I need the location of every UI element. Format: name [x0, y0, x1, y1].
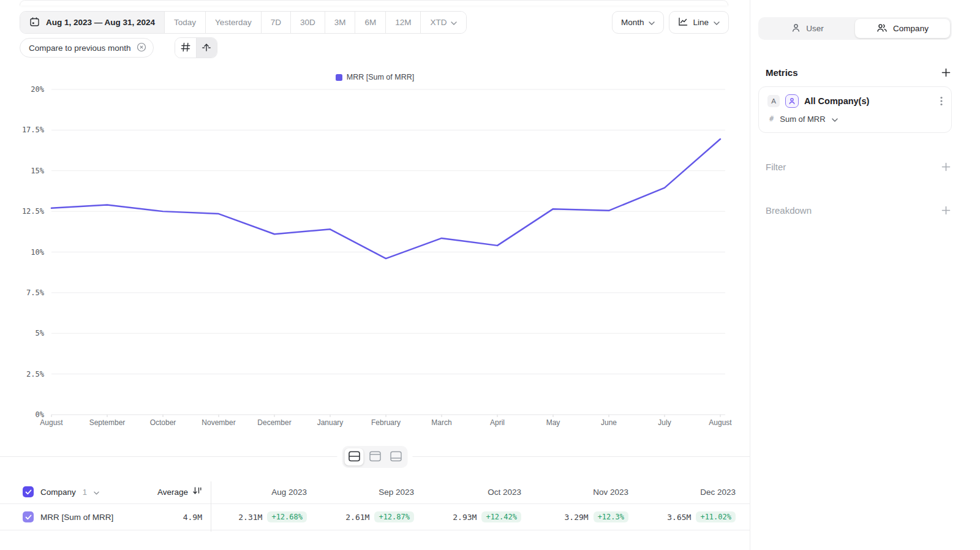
add-metric-button[interactable]	[940, 67, 952, 78]
svg-text:March: March	[431, 418, 451, 427]
tab-company[interactable]: Company	[855, 19, 950, 38]
table-cell: 2.61M +12.87%	[318, 511, 426, 522]
month-cells: 2.31M +12.68% 2.61M +12.87% 2.93M +12.42…	[211, 511, 747, 522]
chevron-down-icon	[451, 18, 457, 27]
delta-badge: +11.02%	[696, 511, 736, 522]
delta-badge: +12.87%	[374, 511, 414, 522]
legend-swatch	[336, 74, 342, 81]
metric-menu-button[interactable]	[939, 95, 944, 107]
metric-card[interactable]: A All Company(s) # Sum of MRR	[758, 86, 952, 133]
metric-name: All Company(s)	[804, 96, 933, 106]
add-filter-button[interactable]	[940, 161, 952, 173]
svg-text:April: April	[490, 418, 505, 427]
main-panel: Aug 1, 2023 — Aug 31, 2024 Today Yesterd…	[0, 0, 750, 550]
toolbar: Aug 1, 2023 — Aug 31, 2024 Today Yesterd…	[20, 11, 729, 34]
layout-split-icon	[348, 451, 360, 464]
svg-text:February: February	[371, 418, 401, 427]
month-headers: Aug 2023 Sep 2023 Oct 2023 Nov 2023 Dec …	[211, 488, 747, 497]
company-icon	[876, 23, 888, 34]
number-type-icon: #	[769, 115, 774, 123]
chart-controls: Month Line	[612, 11, 729, 34]
layout-chart-only-button[interactable]	[366, 448, 385, 465]
layout-table-only-button[interactable]	[386, 448, 405, 465]
layout-split-button[interactable]	[345, 448, 364, 465]
app-root: Aug 1, 2023 — Aug 31, 2024 Today Yesterd…	[0, 0, 980, 550]
preset-3m[interactable]: 3M	[325, 12, 356, 33]
remove-compare-icon[interactable]	[137, 42, 146, 54]
granularity-dropdown[interactable]: Month	[612, 11, 665, 34]
svg-text:August: August	[40, 418, 63, 427]
entity-header-label: Company	[40, 488, 76, 497]
gridlines-toggle-button[interactable]	[175, 38, 196, 58]
preset-7d[interactable]: 7D	[262, 12, 291, 33]
preset-12m[interactable]: 12M	[386, 12, 421, 33]
svg-text:2.5%: 2.5%	[26, 370, 45, 379]
average-value: 4.9M	[183, 513, 202, 522]
chart-option-toggles	[175, 37, 217, 58]
svg-text:September: September	[89, 418, 126, 427]
user-icon	[791, 23, 801, 34]
svg-text:20%: 20%	[31, 85, 44, 94]
calendar-icon	[29, 17, 40, 29]
select-all-checkbox[interactable]	[23, 486, 34, 497]
preset-xtd-dropdown[interactable]: XTD	[421, 12, 466, 33]
metric-row-label: MRR [Sum of MRR]	[40, 513, 113, 522]
svg-text:May: May	[546, 418, 560, 427]
metrics-title: Metrics	[766, 67, 798, 78]
svg-text:17.5%: 17.5%	[22, 126, 45, 134]
table-header-row: Company 1 Average Aug	[0, 480, 750, 504]
row-checkbox[interactable]	[23, 511, 34, 522]
date-range-label: Aug 1, 2023 — Aug 31, 2024	[46, 18, 155, 27]
layout-toggle-group	[342, 446, 408, 468]
svg-text:7.5%: 7.5%	[26, 288, 45, 297]
aggregation-label: Sum of MRR	[780, 115, 825, 124]
metrics-section-header: Metrics	[758, 67, 952, 78]
preset-30d[interactable]: 30D	[291, 12, 325, 33]
aggregation-selector[interactable]: # Sum of MRR	[767, 113, 944, 124]
svg-text:December: December	[257, 418, 291, 427]
chevron-down-icon[interactable]	[94, 486, 99, 497]
legend-label: MRR [Sum of MRR]	[347, 73, 414, 81]
date-range-button[interactable]: Aug 1, 2023 — Aug 31, 2024	[20, 12, 165, 33]
layout-header-icon	[369, 451, 381, 464]
entity-tabs: User Company	[758, 17, 952, 40]
chevron-down-icon	[649, 18, 655, 27]
entity-count: 1	[83, 488, 87, 497]
month-header: Sep 2023	[379, 488, 414, 497]
compare-chip[interactable]: Compare to previous month	[20, 38, 154, 58]
compare-chip-label: Compare to previous month	[29, 43, 131, 53]
preset-6m[interactable]: 6M	[355, 12, 386, 33]
chart-type-dropdown[interactable]: Line	[669, 11, 729, 34]
svg-text:15%: 15%	[31, 167, 44, 175]
metric-letter-badge: A	[767, 95, 780, 107]
preset-yesterday[interactable]: Yesterday	[206, 12, 262, 33]
month-header: Oct 2023	[488, 488, 521, 497]
tab-user[interactable]: User	[760, 19, 855, 38]
layout-footer-icon	[390, 451, 402, 464]
table-cell: 3.65M +11.02%	[640, 511, 747, 522]
table-column-divider	[211, 481, 211, 532]
right-sidebar: User Company Metrics A	[750, 0, 980, 550]
table-cell: 3.29M +12.3%	[533, 511, 640, 522]
line-chart-icon	[678, 17, 688, 28]
sort-icon[interactable]	[192, 486, 202, 497]
chevron-down-icon	[832, 113, 838, 124]
panel-top-edge	[20, 0, 728, 6]
month-header: Aug 2023	[271, 488, 307, 497]
table-cell: 2.93M +12.42%	[426, 511, 533, 522]
svg-text:12.5%: 12.5%	[22, 207, 45, 216]
filter-label: Filter	[766, 162, 786, 172]
svg-text:10%: 10%	[31, 248, 44, 257]
mrr-line-chart[interactable]: 0%2.5%5%7.5%10%12.5%15%17.5%20%AugustSep…	[0, 85, 750, 437]
svg-text:November: November	[202, 418, 235, 427]
svg-text:August: August	[709, 418, 732, 427]
svg-text:October: October	[150, 418, 176, 427]
table-row[interactable]: MRR [Sum of MRR] 4.9M 2.31M +12.68% 2.61…	[0, 504, 750, 530]
filter-section: Filter	[758, 161, 952, 173]
svg-text:0%: 0%	[36, 410, 45, 419]
goal-line-toggle-button[interactable]	[196, 38, 217, 58]
table-cell: 2.31M +12.68%	[211, 511, 318, 522]
preset-today[interactable]: Today	[165, 12, 206, 33]
svg-text:5%: 5%	[36, 329, 45, 337]
add-breakdown-button[interactable]	[940, 205, 952, 216]
